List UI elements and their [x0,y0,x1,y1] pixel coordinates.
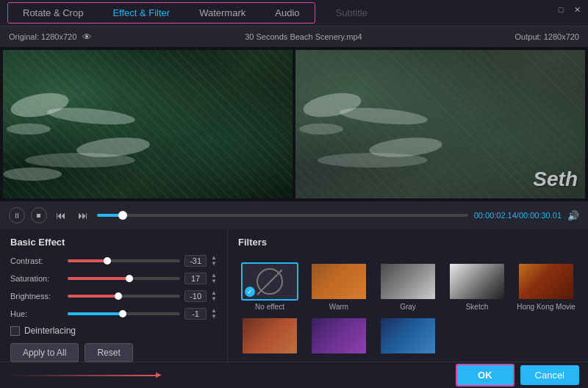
close-button[interactable]: ✕ [572,4,582,15]
saturation-row: Saturation: 17 ▲ ▼ [10,273,217,284]
reset-button[interactable]: Reset [85,343,132,362]
filter-thumb-row2c [379,317,437,355]
original-video-panel [3,50,293,198]
prev-frame-button[interactable]: ⏮ [53,207,69,223]
brightness-fill [68,295,118,298]
contrast-row: Contrast: -31 ▲ ▼ [10,255,217,267]
filter-item-sketch[interactable]: Sketch [445,262,509,311]
filter-item-row2a[interactable] [238,317,301,357]
filter-thumb-row2a [241,317,298,355]
hue-value: -1 [184,308,207,320]
filter-label-gray: Gray [400,303,416,311]
filter-item-gray[interactable]: Gray [376,262,440,311]
tab-rotate-crop[interactable]: Rotate & Crop [8,3,98,23]
contrast-label: Contrast: [10,256,63,265]
filter-thumb-no-effect: ✓ [241,262,298,301]
filename: 30 Seconds Beach Scenery.mp4 [245,32,362,41]
saturation-thumb[interactable] [126,275,133,282]
tab-group-bordered: Rotate & Crop Effect & Filter Watermark … [7,2,315,24]
video-area: Seth [0,47,588,201]
hue-row: Hue: -1 ▲ ▼ [10,308,217,320]
contrast-thumb[interactable] [104,257,111,265]
filters-panel: Filters ✓ No effect Warm [228,229,588,362]
saturation-value: 17 [184,273,207,284]
saturation-spinner[interactable]: ▲ ▼ [211,273,217,284]
filter-item-row2b[interactable] [307,317,370,357]
effect-buttons: Apply to All Reset [10,343,217,362]
deinterlacing-row: Deinterlacing [10,326,217,336]
effect-panel: Basic Effect Contrast: -31 ▲ ▼ Saturatio… [0,229,228,362]
filter-thumb-row2b [310,317,368,355]
hue-thumb[interactable] [119,310,126,317]
output-resolution: Output: 1280x720 [515,32,579,41]
effect-panel-title: Basic Effect [10,237,217,248]
deinterlacing-label: Deinterlacing [24,326,76,336]
brightness-row: Brightness: -10 ▲ ▼ [10,290,217,302]
filters-scroll-area[interactable]: ✓ No effect Warm Gray [238,255,578,357]
check-badge: ✓ [245,287,255,297]
footer-bar: OK Cancel [0,362,588,388]
brightness-thumb[interactable] [115,292,122,300]
preview-video-panel: Seth [295,50,585,198]
pause-button[interactable]: ⏸ [9,207,25,223]
filter-item-no-effect[interactable]: ✓ No effect [238,262,301,311]
brightness-label: Brightness: [10,292,63,301]
apply-to-all-button[interactable]: Apply to All [10,343,79,362]
next-frame-button[interactable]: ⏭ [75,207,91,223]
volume-icon[interactable]: 🔊 [567,210,579,221]
hue-slider[interactable] [68,312,180,315]
no-effect-circle [257,268,283,295]
arrow-line [9,375,156,376]
filter-label-no-effect: No effect [255,303,284,311]
contrast-value: -31 [184,255,207,267]
eye-icon[interactable]: 👁 [82,32,92,43]
ok-button[interactable]: OK [456,364,514,387]
filter-thumb-hk [517,262,575,301]
filter-thumb-sketch [448,262,506,301]
saturation-label: Saturation: [10,274,63,283]
progress-bar[interactable] [97,214,468,217]
filters-grid: ✓ No effect Warm Gray [238,262,578,357]
hue-label: Hue: [10,309,63,318]
contrast-slider[interactable] [68,259,180,262]
minimize-button[interactable]: □ [556,4,566,15]
bottom-area: Basic Effect Contrast: -31 ▲ ▼ Saturatio… [0,229,588,362]
filter-item-warm[interactable]: Warm [307,262,370,311]
filter-label-warm: Warm [329,303,348,311]
hue-spinner[interactable]: ▲ ▼ [211,308,217,320]
saturation-slider[interactable] [68,277,180,280]
filter-thumb-gray [379,262,437,301]
time-display: 00:00:02.14/00:00:30.01 [474,211,562,220]
controls-bar: ⏸ ⏹ ⏮ ⏭ 00:00:02.14/00:00:30.01 🔊 [0,201,588,229]
filter-item-row2c[interactable] [376,317,440,357]
tab-audio[interactable]: Audio [260,3,314,23]
deinterlacing-checkbox[interactable] [10,326,20,336]
brightness-spinner[interactable]: ▲ ▼ [211,290,217,302]
filters-title: Filters [238,237,578,248]
stop-button[interactable]: ⏹ [31,207,47,223]
brightness-slider[interactable] [68,295,180,298]
tab-watermark[interactable]: Watermark [184,3,260,23]
info-left: Original: 1280x720 👁 [9,32,92,43]
hue-fill [68,312,123,315]
filter-label-hk: Hong Kong Movie [517,303,576,311]
original-resolution: Original: 1280x720 [9,32,76,41]
arrow-indicator [9,375,450,376]
window-controls: □ ✕ [556,4,582,15]
tab-subtitle[interactable]: Subtitle [321,3,382,23]
cancel-button[interactable]: Cancel [520,365,579,385]
brightness-value: -10 [184,290,207,302]
filter-label-sketch: Sketch [466,303,489,311]
filter-item-hk-movie[interactable]: Hong Kong Movie [514,262,578,311]
contrast-spinner[interactable]: ▲ ▼ [211,255,217,267]
tab-bar: Rotate & Crop Effect & Filter Watermark … [0,0,588,26]
progress-thumb[interactable] [118,211,127,220]
contrast-fill [68,259,107,262]
tab-effect-filter[interactable]: Effect & Filter [98,3,184,23]
saturation-fill [68,277,129,280]
filter-thumb-warm [310,262,368,301]
video-info-bar: Original: 1280x720 👁 30 Seconds Beach Sc… [0,26,588,47]
